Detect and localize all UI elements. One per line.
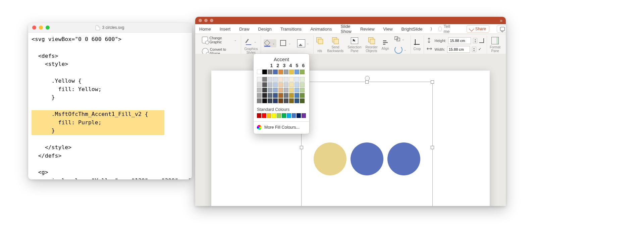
selection-box[interactable] xyxy=(301,82,433,206)
color-swatch[interactable] xyxy=(294,70,299,74)
color-swatch[interactable] xyxy=(273,88,278,92)
color-swatch[interactable] xyxy=(294,93,299,98)
share-button[interactable]: Share xyxy=(467,25,489,33)
color-swatch[interactable] xyxy=(272,113,276,118)
color-swatch[interactable] xyxy=(262,82,267,87)
tab-brightslide[interactable]: BrightSlide xyxy=(401,25,423,34)
resize-handle-w[interactable] xyxy=(300,146,303,149)
color-swatch[interactable] xyxy=(284,77,288,82)
chevron-double-right-icon[interactable]: » xyxy=(500,18,502,23)
color-swatch[interactable] xyxy=(278,88,283,92)
color-swatch[interactable] xyxy=(300,88,305,92)
chevron-down-icon[interactable]: ⌄ xyxy=(271,42,276,45)
color-swatch[interactable] xyxy=(284,70,288,74)
color-swatch[interactable] xyxy=(268,70,272,74)
color-swatch[interactable] xyxy=(297,113,301,118)
tell-me-search[interactable]: Tell me xyxy=(438,24,452,34)
color-swatch[interactable] xyxy=(284,98,288,103)
color-swatch[interactable] xyxy=(292,113,296,118)
color-swatch[interactable] xyxy=(302,113,306,118)
color-swatch[interactable] xyxy=(289,93,294,98)
circle-blue-2[interactable] xyxy=(387,142,420,175)
color-swatch[interactable] xyxy=(289,77,294,82)
color-swatch[interactable] xyxy=(294,98,299,103)
tab-slide-show[interactable]: Slide Show xyxy=(340,22,352,36)
editor-titlebar[interactable]: 3 circles.svg xyxy=(28,23,192,33)
tab-review[interactable]: Review xyxy=(360,25,375,34)
tab-design[interactable]: Design xyxy=(258,25,272,34)
color-swatch[interactable] xyxy=(284,88,288,92)
color-swatch[interactable] xyxy=(257,77,262,82)
color-swatch[interactable] xyxy=(273,82,278,87)
color-swatch[interactable] xyxy=(300,98,305,103)
height-input[interactable] xyxy=(448,37,471,44)
chevron-double-right-icon[interactable]: ⟩⟩ xyxy=(430,27,431,31)
color-swatch[interactable] xyxy=(268,88,272,92)
color-swatch[interactable] xyxy=(262,113,266,118)
color-swatch[interactable] xyxy=(289,88,294,92)
tab-transitions[interactable]: Transitions xyxy=(280,25,302,34)
rotate-handle[interactable] xyxy=(365,76,370,81)
color-swatch[interactable] xyxy=(282,113,286,118)
shape-fill-button[interactable]: ⌄ xyxy=(264,39,276,47)
height-stepper[interactable]: ▲▼ xyxy=(473,38,477,43)
selection-pane-icon[interactable] xyxy=(351,37,358,44)
resize-handle-e[interactable] xyxy=(431,146,434,149)
commit-icon[interactable]: ✓ xyxy=(478,47,484,52)
color-swatch[interactable] xyxy=(257,70,262,74)
picture-button[interactable]: ⌄ xyxy=(296,39,311,48)
slide-canvas[interactable] xyxy=(195,54,506,206)
tab-insert[interactable]: Insert xyxy=(219,25,231,34)
color-swatch[interactable] xyxy=(273,77,278,82)
tab-animations[interactable]: Animations xyxy=(310,25,332,34)
color-swatch[interactable] xyxy=(257,88,262,92)
color-swatch[interactable] xyxy=(287,113,291,118)
tab-draw[interactable]: Draw xyxy=(238,25,250,34)
color-swatch[interactable] xyxy=(300,70,305,74)
color-swatch[interactable] xyxy=(262,70,267,74)
color-swatch[interactable] xyxy=(300,93,305,98)
editor-code[interactable]: <svg viewBox="0 0 600 600"> <defs> <styl… xyxy=(28,33,192,179)
graphics-styles-button[interactable]: ⌄ xyxy=(244,37,258,46)
color-swatch[interactable] xyxy=(300,82,305,87)
bring-forward-icon[interactable] xyxy=(316,37,323,44)
circle-yellow[interactable] xyxy=(314,142,346,175)
color-swatch[interactable] xyxy=(289,82,294,87)
color-swatch[interactable] xyxy=(278,93,283,98)
color-swatch[interactable] xyxy=(294,77,299,82)
shape-outline-button[interactable]: ⌄ xyxy=(278,39,292,48)
aspect-lock-icon[interactable] xyxy=(479,38,484,43)
tab-home[interactable]: Home xyxy=(199,25,212,34)
color-swatch[interactable] xyxy=(278,77,283,82)
color-swatch[interactable] xyxy=(284,93,288,98)
tab-view[interactable]: View xyxy=(383,25,393,34)
rotate-button[interactable]: ⌄ xyxy=(393,45,408,54)
color-swatch[interactable] xyxy=(257,98,262,103)
minimize-icon[interactable] xyxy=(204,19,208,22)
color-swatch[interactable] xyxy=(267,113,271,118)
color-swatch[interactable] xyxy=(257,93,262,98)
resize-handle-ne[interactable] xyxy=(431,80,434,84)
color-swatch[interactable] xyxy=(268,98,272,103)
change-graphic-button[interactable]: Change Graphic ⌄ xyxy=(201,35,238,45)
send-backward-icon[interactable] xyxy=(332,37,339,44)
color-swatch[interactable] xyxy=(300,77,305,82)
color-swatch[interactable] xyxy=(257,113,261,118)
resize-handle-n[interactable] xyxy=(365,80,369,84)
comments-button[interactable]: Comments xyxy=(497,25,506,33)
group-button[interactable]: ⌄ xyxy=(393,36,408,43)
color-swatch[interactable] xyxy=(294,88,299,92)
circle-blue-1[interactable] xyxy=(351,142,383,175)
color-swatch[interactable] xyxy=(268,93,272,98)
crop-icon[interactable] xyxy=(414,39,421,46)
color-swatch[interactable] xyxy=(257,82,262,87)
width-stepper[interactable]: ▲▼ xyxy=(472,47,476,52)
color-swatch[interactable] xyxy=(284,82,288,87)
color-swatch[interactable] xyxy=(273,98,278,103)
color-swatch[interactable] xyxy=(273,93,278,98)
color-swatch[interactable] xyxy=(289,98,294,103)
color-swatch[interactable] xyxy=(277,113,281,118)
more-fill-colours-button[interactable]: More Fill Colours... xyxy=(254,123,309,132)
color-swatch[interactable] xyxy=(262,93,267,98)
reorder-icon[interactable] xyxy=(368,37,375,44)
